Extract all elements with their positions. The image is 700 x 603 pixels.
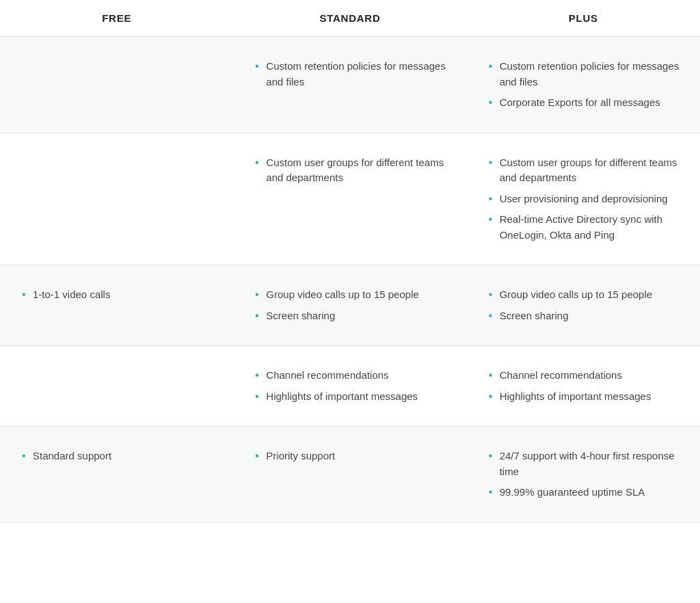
feature-list-plus-row1: Custom user groups for different teams a… (486, 152, 681, 246)
feature-list-standard-row3: Channel recommendationsHighlights of imp… (252, 365, 447, 407)
feature-item: 1-to-1 video calls (19, 284, 214, 306)
table-row: Standard supportPriority support24/7 sup… (0, 427, 700, 523)
table-row: Custom user groups for different teams a… (0, 133, 700, 265)
cell-plus-row2: Group video calls up to 15 peopleScreen … (467, 265, 700, 346)
feature-item: 24/7 support with 4-hour first response … (486, 446, 681, 482)
cell-plus-row4: 24/7 support with 4-hour first response … (467, 427, 700, 523)
feature-list-plus-row4: 24/7 support with 4-hour first response … (486, 446, 681, 503)
cell-free-row3 (0, 346, 233, 427)
feature-item: Real-time Active Directory sync with One… (486, 209, 681, 245)
feature-item: Custom retention policies for messages a… (486, 56, 681, 92)
header-standard: STANDARD (233, 0, 466, 37)
feature-list-plus-row3: Channel recommendationsHighlights of imp… (486, 365, 681, 407)
feature-item: Screen sharing (486, 306, 681, 327)
cell-free-row1 (0, 133, 233, 265)
cell-standard-row0: Custom retention policies for messages a… (233, 37, 466, 133)
cell-free-row4: Standard support (0, 427, 233, 523)
comparison-table: FREE STANDARD PLUS Custom retention poli… (0, 0, 700, 523)
cell-plus-row1: Custom user groups for different teams a… (467, 133, 700, 265)
cell-standard-row4: Priority support (233, 427, 466, 523)
feature-list-standard-row2: Group video calls up to 15 peopleScreen … (252, 284, 447, 326)
cell-plus-row0: Custom retention policies for messages a… (467, 37, 700, 133)
cell-standard-row2: Group video calls up to 15 peopleScreen … (233, 265, 466, 346)
table-row: 1-to-1 video callsGroup video calls up t… (0, 265, 700, 346)
feature-item: Group video calls up to 15 people (252, 284, 447, 306)
feature-item: Priority support (252, 446, 447, 467)
cell-free-row2: 1-to-1 video calls (0, 265, 233, 346)
feature-item: Corporate Exports for all messages (486, 92, 681, 113)
feature-list-standard-row0: Custom retention policies for messages a… (252, 56, 447, 92)
cell-standard-row1: Custom user groups for different teams a… (233, 133, 466, 265)
table-row: Custom retention policies for messages a… (0, 37, 700, 133)
feature-item: User provisioning and deprovisioning (486, 189, 681, 210)
feature-item: Custom retention policies for messages a… (252, 56, 447, 92)
feature-list-standard-row1: Custom user groups for different teams a… (252, 152, 447, 189)
feature-list-plus-row2: Group video calls up to 15 peopleScreen … (486, 284, 681, 326)
feature-item: Standard support (19, 446, 214, 467)
feature-list-plus-row0: Custom retention policies for messages a… (486, 56, 681, 113)
header-free: FREE (0, 0, 233, 37)
cell-standard-row3: Channel recommendationsHighlights of imp… (233, 346, 466, 427)
table-row: Channel recommendationsHighlights of imp… (0, 346, 700, 427)
feature-list-standard-row4: Priority support (252, 446, 447, 467)
feature-item: Channel recommendations (252, 365, 447, 386)
feature-list-free-row2: 1-to-1 video calls (19, 284, 214, 306)
header-plus: PLUS (467, 0, 700, 37)
feature-item: Highlights of important messages (486, 386, 681, 407)
feature-item: Custom user groups for different teams a… (486, 152, 681, 189)
feature-item: 99.99% guaranteed uptime SLA (486, 482, 681, 503)
feature-item: Channel recommendations (486, 365, 681, 386)
feature-list-free-row4: Standard support (19, 446, 214, 467)
feature-item: Screen sharing (252, 306, 447, 327)
cell-plus-row3: Channel recommendationsHighlights of imp… (467, 346, 700, 427)
cell-free-row0 (0, 37, 233, 133)
feature-item: Group video calls up to 15 people (486, 284, 681, 306)
feature-item: Highlights of important messages (252, 386, 447, 407)
feature-item: Custom user groups for different teams a… (252, 152, 447, 189)
